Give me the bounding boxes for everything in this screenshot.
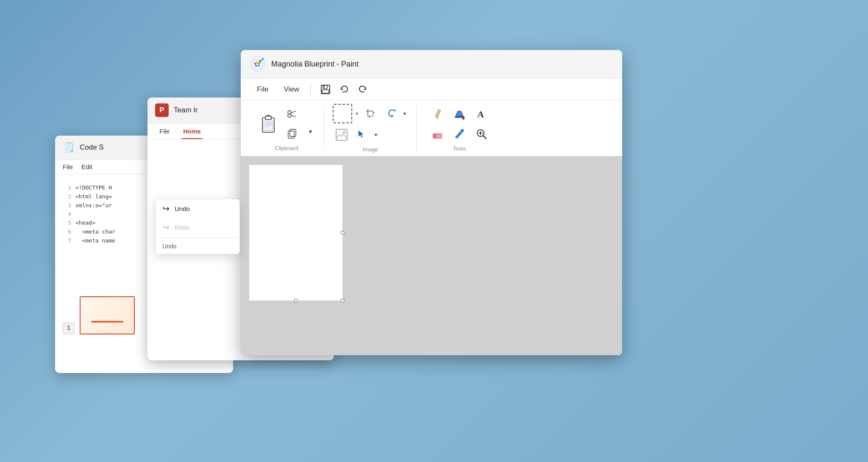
eyedropper-button[interactable] [451, 125, 468, 143]
image-top-row: ▾ [333, 104, 408, 123]
pencil-button[interactable] [428, 105, 446, 122]
svg-point-40 [462, 116, 465, 120]
svg-point-2 [254, 63, 256, 65]
tools-controls: A [428, 105, 490, 143]
ppt-redo-label: Redo [175, 224, 190, 231]
ai-generate-button[interactable] [333, 126, 351, 144]
zoom-button[interactable] [473, 125, 490, 143]
svg-rect-12 [322, 90, 329, 93]
eraser-button[interactable] [428, 125, 446, 143]
undo-icon: ↩ [162, 203, 170, 214]
fill-icon [357, 129, 369, 141]
image-label: Image [363, 144, 378, 153]
canvas-handle-bottom-right[interactable] [341, 299, 344, 302]
tools-bottom-row [428, 125, 490, 143]
rotate-dropdown-button[interactable]: ▾ [401, 109, 408, 118]
save-icon [320, 84, 331, 95]
powerpoint-icon: P [155, 103, 169, 117]
ppt-undo-label: Undo [175, 205, 190, 212]
paint-window: Magnolia Blueprint - Paint File View [241, 50, 622, 355]
code-editor-title: Code S [80, 143, 104, 152]
svg-rect-11 [323, 85, 327, 89]
line-numbers: 1 2 3 4 5 6 7 [63, 184, 75, 245]
ai-generate-icon [335, 128, 348, 142]
undo-button[interactable] [336, 81, 352, 97]
slide-thumbnail [80, 296, 135, 334]
paint-menu-file[interactable]: File [249, 79, 276, 100]
crop-icon [364, 108, 376, 120]
code-menu-edit[interactable]: Edit [81, 163, 92, 170]
ppt-redo-item[interactable]: ↪ Redo [156, 218, 239, 237]
svg-line-9 [262, 58, 263, 59]
svg-rect-10 [321, 85, 330, 94]
crop-button[interactable] [362, 105, 379, 122]
select-arrow[interactable]: ▾ [356, 111, 358, 117]
slide-number: 1 [63, 323, 75, 334]
paint-canvas-area[interactable] [241, 156, 622, 355]
ppt-undo-item[interactable]: ↩ Undo [156, 199, 239, 218]
fill-button[interactable] [354, 126, 372, 144]
tools-top-row: A [428, 105, 490, 122]
redo-icon [357, 84, 368, 95]
svg-point-45 [456, 136, 458, 138]
svg-rect-16 [264, 121, 273, 131]
svg-text:A: A [477, 109, 484, 120]
copy-button[interactable] [283, 125, 301, 142]
paint-logo-icon [249, 56, 265, 72]
paint-ribbon: ▾ Clipboard ▾ [241, 100, 622, 156]
paint-menubar: File View [241, 78, 622, 100]
clipboard-icons-row: ▾ [258, 105, 315, 142]
pencil-icon [431, 108, 443, 120]
copy-icon [286, 128, 298, 139]
paint-titlebar: Magnolia Blueprint - Paint [241, 50, 622, 78]
paint-toolbar-icons [317, 81, 371, 97]
ppt-context-footer: Undo [156, 239, 239, 254]
paint-canvas[interactable] [249, 165, 342, 301]
zoom-icon [476, 128, 487, 140]
svg-rect-13 [324, 86, 325, 88]
svg-rect-31 [336, 129, 347, 140]
svg-marker-35 [359, 131, 363, 137]
rotate-icon [386, 108, 398, 120]
paste-icon [260, 113, 277, 135]
eyedropper-icon [453, 128, 465, 140]
ppt-menu-file[interactable]: File [153, 123, 176, 139]
clipboard-section: ▾ Clipboard [249, 105, 324, 151]
canvas-handle-right[interactable] [341, 231, 344, 234]
save-button[interactable] [317, 81, 334, 97]
fill-bucket-icon [453, 108, 465, 120]
fill-dropdown-button[interactable]: ▾ [373, 131, 379, 139]
svg-line-48 [483, 136, 486, 139]
svg-rect-15 [265, 116, 271, 120]
image-bottom-row: ▾ [333, 126, 408, 144]
svg-point-5 [258, 65, 260, 67]
svg-point-6 [255, 65, 257, 67]
rotate-area: ▾ [383, 105, 408, 122]
code-menu-file[interactable]: File [63, 163, 73, 170]
redo-button[interactable] [355, 81, 371, 97]
paint-title: Magnolia Blueprint - Paint [271, 60, 359, 69]
text-button[interactable]: A [473, 105, 490, 122]
tools-label: Tools [453, 143, 466, 152]
cut-button[interactable] [283, 105, 301, 123]
canvas-handle-bottom[interactable] [294, 299, 298, 302]
fill-bucket-button[interactable] [451, 105, 468, 122]
ppt-title: Team Ir [174, 106, 198, 114]
image-section: ▾ [324, 104, 417, 153]
svg-rect-25 [290, 129, 296, 136]
ppt-menu-home[interactable]: Home [176, 123, 208, 139]
eraser-icon [431, 128, 443, 140]
rotate-button[interactable] [383, 105, 401, 122]
paste-button[interactable] [258, 111, 279, 136]
fill-area: ▾ [354, 126, 379, 144]
svg-rect-24 [288, 131, 294, 138]
ppt-context-menu: ↩ Undo ↪ Redo Undo [155, 199, 240, 254]
paint-menu-divider [310, 83, 311, 96]
paint-menu-view[interactable]: View [276, 79, 307, 100]
context-divider [156, 237, 239, 238]
paste-dropdown-button[interactable]: ▾ [305, 126, 315, 136]
tools-section: A [417, 105, 502, 152]
clipboard-label: Clipboard [275, 142, 298, 151]
svg-point-3 [256, 62, 259, 64]
selection-button[interactable] [333, 104, 352, 123]
